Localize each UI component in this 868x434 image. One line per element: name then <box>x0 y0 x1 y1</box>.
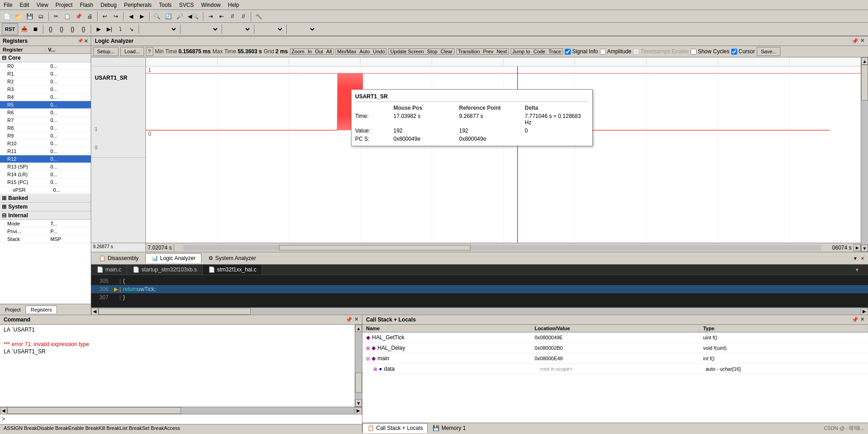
reg-row-r9[interactable]: R9 0... <box>0 132 91 140</box>
reg-group-banked[interactable]: ⊞ Banked <box>0 194 91 203</box>
run-btn[interactable]: ▶ <box>93 24 103 34</box>
la-prev-btn[interactable]: Prev <box>482 49 495 54</box>
reg-group-core[interactable]: ⊟ Core <box>0 54 91 62</box>
reg-row-r15[interactable]: R15 (PC) 0... <box>0 179 91 186</box>
la-signal-info-checkbox[interactable] <box>565 49 571 55</box>
reg-row-r4[interactable]: R4 0... <box>0 93 91 101</box>
la-next-btn[interactable]: Next <box>495 49 508 54</box>
la-load-btn[interactable]: Load... <box>120 47 144 56</box>
tabs-expand-btn[interactable]: ▼ <box>852 255 859 262</box>
reg-row-r1[interactable]: R1 0... <box>0 70 91 78</box>
brace3-btn[interactable]: {} <box>67 24 78 34</box>
reg-row-stack[interactable]: Stack MSP <box>0 235 91 243</box>
menu-edit[interactable]: Edit <box>16 1 33 9</box>
reg-group-system[interactable]: ⊞ System <box>0 203 91 211</box>
new-btn[interactable]: 📄 <box>2 11 12 21</box>
reg-row-r8[interactable]: R8 0... <box>0 124 91 132</box>
redo-btn[interactable]: ↪ <box>111 11 121 21</box>
tab-disassembly[interactable]: 📋 Disassembly <box>93 253 145 263</box>
reg-row-privi[interactable]: Privi... P... <box>0 228 91 235</box>
la-close-icon[interactable]: ✕ <box>860 38 864 44</box>
periph-select[interactable] <box>257 24 284 34</box>
cmd-h-scroll-left[interactable]: ◀ <box>0 407 7 414</box>
run-to-cursor-btn[interactable]: ▶| <box>104 24 114 34</box>
cs-tab-callstack[interactable]: 📋 Call Stack + Locals <box>362 423 428 433</box>
cmd-h-track[interactable] <box>7 407 355 414</box>
find-all-btn[interactable]: 🔎 <box>175 11 185 21</box>
la-scroll-thumb-v[interactable] <box>861 65 868 101</box>
reg-row-r3[interactable]: R3 0... <box>0 86 91 93</box>
reg-row-r0[interactable]: R0 0... <box>0 62 91 70</box>
cmd-h-scroll-right[interactable]: ▶ <box>355 407 362 414</box>
menu-tools[interactable]: Tools <box>155 1 176 9</box>
la-pin-icon[interactable]: 📌 <box>852 38 858 44</box>
cut-btn[interactable]: ✂ <box>51 11 61 21</box>
registers-close-icon[interactable]: ✕ <box>84 38 88 44</box>
stop-debug-btn[interactable]: ⏹ <box>31 24 41 34</box>
la-scroll-track[interactable] <box>183 245 822 250</box>
cs-tab-memory1[interactable]: 💾 Memory 1 <box>428 423 470 433</box>
la-clear-btn[interactable]: Clear <box>439 49 454 54</box>
la-signal-info-label[interactable]: Signal Info <box>565 48 598 55</box>
tab-system-analyzer[interactable]: ⚙ System Analyzer <box>202 253 262 263</box>
la-question-btn[interactable]: ? <box>146 47 153 56</box>
code-scroll-right-btn[interactable]: ▶ <box>861 308 868 315</box>
reg-row-r11[interactable]: R11 0... <box>0 148 91 155</box>
code-tabs-close-btn[interactable]: ✕ <box>861 266 868 273</box>
find-prev-btn[interactable]: ◀🔍 <box>186 11 201 21</box>
reg-group-internal[interactable]: ⊟ Internal <box>0 211 91 220</box>
cs-row-data[interactable]: ⊞ ● data <not in scope> auto - uchar[16] <box>362 364 868 374</box>
command-pin-icon[interactable]: 📌 <box>346 317 352 323</box>
reg-row-r10[interactable]: R10 0... <box>0 140 91 148</box>
cs-row-hal-delay[interactable]: ⊞ ◆ HAL_Delay 0x080002B0 void f(uint) <box>362 343 868 353</box>
cs-row-hal-gettick[interactable]: ◆ HAL_GetTick 0x0800049E uint f() <box>362 332 868 343</box>
la-scroll-track-v[interactable] <box>861 65 868 245</box>
code-scroll-track[interactable] <box>98 308 861 315</box>
reg-row-xpsr[interactable]: xPSR 0... <box>0 186 91 194</box>
la-undo-btn[interactable]: Undo <box>372 49 386 54</box>
cmd-scroll-up-btn[interactable]: ▲ <box>355 325 362 332</box>
open-btn[interactable]: 📂 <box>13 11 24 21</box>
menu-flash[interactable]: Flash <box>76 1 97 9</box>
la-timestamps-label[interactable]: Timestamps Enable <box>633 48 689 55</box>
brace2-btn[interactable]: {} <box>57 24 67 34</box>
paste-btn[interactable]: 📌 <box>73 11 84 21</box>
tab-project[interactable]: Project <box>0 306 26 314</box>
target-select[interactable] <box>141 24 178 34</box>
tab-logic-analyzer[interactable]: 📊 Logic Analyzer <box>145 253 202 263</box>
la-scroll-up-btn[interactable]: ▲ <box>861 57 868 65</box>
reg-row-r13[interactable]: R13 (SP) 0... <box>0 163 91 171</box>
code-h-scroll[interactable]: ◀ ▶ <box>91 307 868 315</box>
command-input-field[interactable] <box>7 416 360 423</box>
la-showcycles-label[interactable]: Show Cycles <box>691 48 729 55</box>
command-input-area[interactable]: > <box>0 414 362 424</box>
la-cursor-label[interactable]: Cursor <box>731 48 755 55</box>
step-into-btn[interactable]: ↘ <box>126 24 136 34</box>
back-btn[interactable]: ◀ <box>126 11 136 21</box>
la-zoom-all-btn[interactable]: All <box>325 49 333 54</box>
undo-btn[interactable]: ↩ <box>100 11 110 21</box>
code-tab-hal[interactable]: 📄 stm32f1xx_hal.c <box>203 265 263 275</box>
command-close-icon[interactable]: ✕ <box>354 317 358 323</box>
la-save-btn[interactable]: Save... <box>757 47 780 56</box>
la-scroll-right-btn[interactable]: ▶ <box>853 244 861 251</box>
comment-btn[interactable]: // <box>227 11 238 21</box>
menu-view[interactable]: View <box>33 1 52 9</box>
menu-debug[interactable]: Debug <box>97 1 120 9</box>
tools-select[interactable] <box>289 24 316 34</box>
la-cursor-checkbox[interactable] <box>731 49 737 55</box>
save-btn[interactable]: 💾 <box>25 11 35 21</box>
replace-btn[interactable]: 🔄 <box>163 11 174 21</box>
uncomment-btn[interactable]: // <box>238 11 248 21</box>
unindent-btn[interactable]: ⇤ <box>217 11 227 21</box>
la-waveform[interactable]: 1 0 USART1_SR Mouse Pos Reference Point <box>146 66 861 243</box>
menu-peripherals[interactable]: Peripherals <box>120 1 155 9</box>
reg-row-r12[interactable]: R12 0... <box>0 155 91 163</box>
la-scroll-thumb[interactable] <box>279 245 470 250</box>
code-scroll-left-btn[interactable]: ◀ <box>91 308 98 315</box>
load-debug-btn[interactable]: 📥 <box>19 24 30 34</box>
la-setup-btn[interactable]: Setup... <box>93 47 119 56</box>
callstack-close-icon[interactable]: ✕ <box>860 317 864 323</box>
brace1-btn[interactable]: {} <box>46 24 56 34</box>
cmd-h-scroll[interactable]: ◀ ▶ <box>0 407 362 414</box>
